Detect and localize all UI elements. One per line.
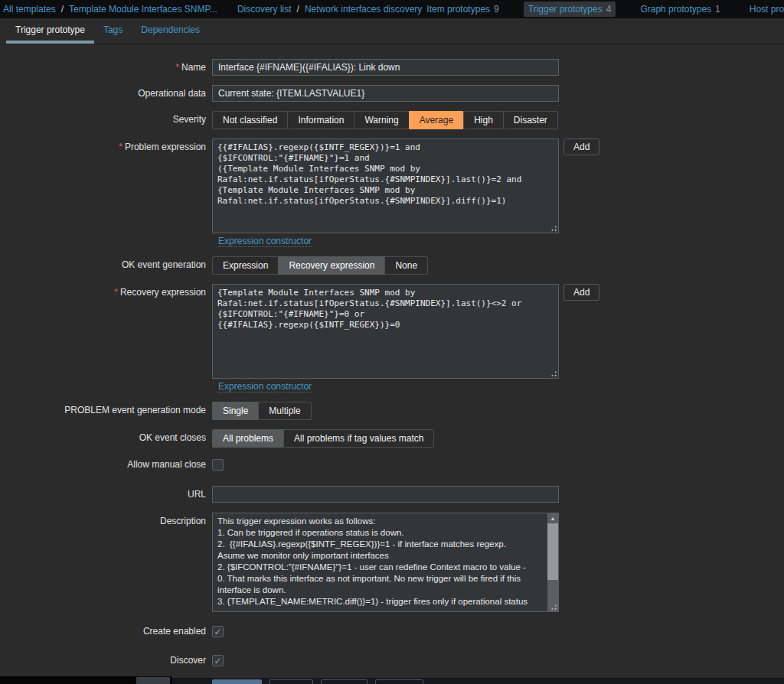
recovery-expression-textarea[interactable]: {Template Module Interfaces SNMP mod by …: [212, 284, 559, 379]
url-row: URL: [0, 486, 784, 503]
severity-disaster[interactable]: Disaster: [503, 111, 558, 129]
ok-event-generation-segmented-control: Expression Recovery expression None: [212, 256, 428, 275]
required-asterisk: *: [114, 287, 118, 298]
problem-mode-segmented-control: Single Multiple: [212, 402, 312, 420]
recovery-constructor-row: Expression constructor: [218, 382, 784, 392]
discover-label: Discover: [0, 653, 212, 668]
url-label: URL: [0, 486, 212, 503]
expression-constructor-link[interactable]: Expression constructor: [218, 236, 312, 247]
problem-mode-single[interactable]: Single: [212, 402, 259, 420]
name-input[interactable]: [212, 59, 559, 76]
scroll-up-icon[interactable]: ▲: [547, 513, 558, 523]
nav-host-prototypes[interactable]: Host prototypes: [745, 2, 784, 17]
allow-manual-close-checkbox[interactable]: ✓: [212, 459, 224, 471]
okgen-none[interactable]: None: [384, 256, 428, 275]
breadcrumb-discovery-list[interactable]: Discovery list: [237, 4, 292, 15]
problem-expression-row: *Problem expression {{#IFALIAS}.regexp({…: [0, 138, 784, 233]
trigger-prototype-form: *Name Operational data Severity Not clas…: [0, 44, 784, 684]
graph-prototypes-count: 1: [715, 4, 720, 15]
breadcrumb-discovery-rule[interactable]: Network interfaces discovery: [305, 4, 422, 15]
description-scrollbar[interactable]: ▲: [547, 513, 558, 611]
required-asterisk: *: [175, 62, 179, 73]
problem-mode-row: PROBLEM event generation mode Single Mul…: [0, 402, 784, 420]
top-navigation-bar: All templates / Template Module Interfac…: [0, 0, 784, 18]
ok-event-closes-label: OK event closes: [0, 429, 212, 446]
context-nav: Item prototypes 9 Trigger prototypes 4 G…: [422, 2, 784, 17]
problem-mode-label: PROBLEM event generation mode: [0, 402, 212, 419]
severity-average[interactable]: Average: [409, 111, 464, 129]
ok-event-closes-segmented-control: All problems All problems if tag values …: [212, 429, 434, 448]
severity-not-classified[interactable]: Not classified: [212, 111, 288, 129]
checkmark-icon: ✓: [214, 627, 221, 637]
name-row: *Name: [0, 59, 784, 76]
ok-event-generation-label: OK event generation: [0, 256, 212, 273]
cancel-button[interactable]: Cancel: [375, 679, 423, 684]
checkmark-icon: ✓: [214, 656, 221, 666]
tab-bar: Trigger prototype Tags Dependencies: [0, 18, 784, 44]
operational-data-label: Operational data: [0, 85, 212, 102]
problem-mode-multiple[interactable]: Multiple: [258, 402, 311, 420]
severity-warning[interactable]: Warning: [354, 111, 409, 129]
scrollbar-thumb[interactable]: [547, 523, 558, 580]
delete-button[interactable]: Delete: [321, 679, 368, 684]
recovery-expression-label: Recovery expression: [120, 287, 206, 298]
tab-dependencies[interactable]: Dependencies: [132, 18, 209, 44]
operational-data-input[interactable]: [212, 85, 559, 102]
nav-trigger-prototypes[interactable]: Trigger prototypes 4: [524, 2, 616, 17]
breadcrumb-separator: /: [61, 4, 64, 15]
okgen-expression[interactable]: Expression: [212, 256, 279, 275]
form-buttons-row: Update Clone Delete Cancel: [0, 679, 784, 684]
nav-graph-prototypes[interactable]: Graph prototypes 1: [635, 2, 724, 17]
closes-all-problems-if-tags-match[interactable]: All problems if tag values match: [283, 429, 434, 448]
closes-all-problems[interactable]: All problems: [212, 429, 284, 448]
zabbix-trigger-prototype-page: All templates / Template Module Interfac…: [0, 0, 784, 684]
create-enabled-row: Create enabled ✓: [0, 624, 784, 639]
create-enabled-checkbox[interactable]: ✓: [212, 626, 224, 637]
severity-information[interactable]: Information: [287, 111, 354, 129]
breadcrumb-separator: /: [297, 4, 299, 15]
problem-expression-label: Problem expression: [125, 142, 206, 152]
trigger-prototypes-count: 4: [606, 4, 612, 15]
ok-event-generation-row: OK event generation Expression Recovery …: [0, 256, 784, 275]
discover-row: Discover ✓: [0, 653, 784, 668]
okgen-recovery-expression[interactable]: Recovery expression: [278, 256, 385, 275]
problem-constructor-row: Expression constructor: [218, 236, 784, 247]
breadcrumb-all-templates[interactable]: All templates: [3, 4, 56, 15]
item-prototypes-count: 9: [494, 4, 499, 15]
update-button[interactable]: Update: [212, 679, 262, 684]
discover-checkbox[interactable]: ✓: [212, 655, 224, 666]
expression-constructor-link[interactable]: Expression constructor: [218, 382, 312, 392]
problem-expression-textarea[interactable]: {{#IFALIAS}.regexp({$INTF_REGEX})}=1 and…: [212, 138, 559, 233]
breadcrumb-template-name[interactable]: Template Module Interfaces SNMP...: [69, 4, 217, 15]
tab-tags[interactable]: Tags: [94, 18, 132, 44]
tab-trigger-prototype[interactable]: Trigger prototype: [6, 18, 94, 44]
problem-expression-add-button[interactable]: Add: [564, 138, 599, 155]
severity-label: Severity: [0, 111, 212, 128]
ok-event-closes-row: OK event closes All problems All problem…: [0, 429, 784, 448]
recovery-expression-row: *Recovery expression {Template Module In…: [0, 284, 784, 379]
operational-data-row: Operational data: [0, 85, 784, 102]
clone-button[interactable]: Clone: [270, 679, 313, 684]
severity-high[interactable]: High: [463, 111, 504, 129]
allow-manual-close-row: Allow manual close ✓: [0, 457, 784, 472]
description-label: Description: [0, 513, 212, 529]
allow-manual-close-label: Allow manual close: [0, 457, 212, 472]
recovery-expression-add-button[interactable]: Add: [564, 284, 599, 301]
nav-item-prototypes[interactable]: Item prototypes 9: [422, 2, 503, 17]
create-enabled-label: Create enabled: [0, 624, 212, 639]
required-asterisk: *: [119, 142, 122, 152]
description-textarea[interactable]: This trigger expression works as follows…: [212, 513, 559, 612]
description-row: Description This trigger expression work…: [0, 513, 784, 612]
severity-row: Severity Not classified Information Warn…: [0, 111, 784, 129]
name-label: Name: [181, 62, 206, 73]
url-input[interactable]: [212, 486, 559, 503]
severity-segmented-control: Not classified Information Warning Avera…: [212, 111, 558, 129]
